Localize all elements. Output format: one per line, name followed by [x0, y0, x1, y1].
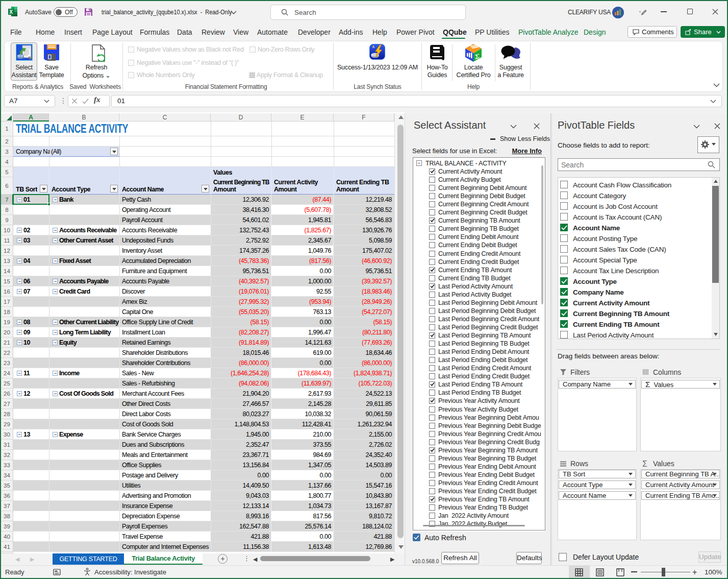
svg-text:Σ: Σ	[475, 52, 480, 61]
svg-text:X: X	[9, 9, 13, 15]
